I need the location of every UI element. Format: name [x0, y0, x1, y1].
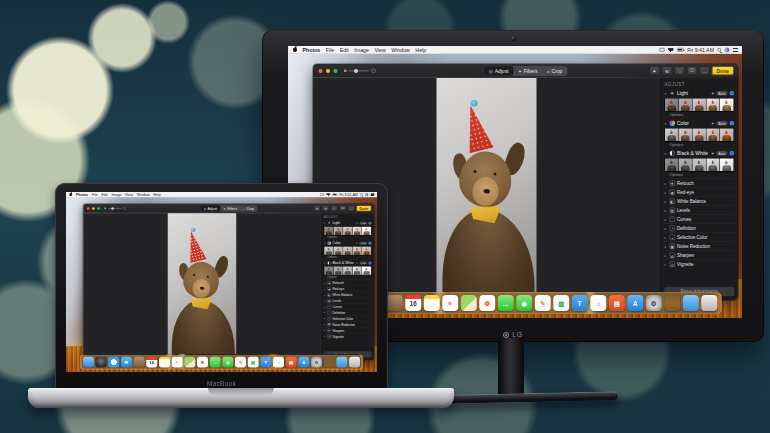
minimize-window-button[interactable] — [92, 207, 95, 210]
photos[interactable]: ❁ — [479, 295, 495, 311]
preview-thumbnail[interactable] — [334, 227, 343, 235]
adjust-tool-row[interactable]: ◧ White Balance — [665, 197, 735, 206]
trash[interactable] — [349, 357, 360, 368]
itunes[interactable]: ♪ — [590, 295, 606, 311]
launchpad[interactable] — [96, 357, 107, 368]
disclosure-triangle-icon[interactable] — [324, 335, 326, 338]
apple-menu-icon[interactable] — [293, 48, 297, 53]
zoom-in-icon[interactable] — [372, 69, 376, 73]
disclosure-triangle-icon[interactable] — [324, 311, 326, 314]
zoom-window-button[interactable] — [334, 69, 338, 73]
menu-item[interactable]: Image — [354, 47, 369, 53]
preview-thumbnail[interactable] — [706, 129, 719, 142]
disclosure-triangle-icon[interactable] — [665, 181, 668, 185]
adjust-tool-row[interactable]: ▦ Noise Reduction — [665, 242, 735, 251]
section-enabled-indicator[interactable] — [368, 262, 371, 265]
edit-mode-tab[interactable]: ✦ Filters — [220, 206, 239, 212]
pages[interactable]: ✎ — [535, 295, 551, 311]
menu-item[interactable]: Edit — [340, 47, 349, 53]
menu-item[interactable]: Help — [415, 47, 426, 53]
messages[interactable]: … — [498, 295, 514, 311]
maps[interactable] — [184, 357, 195, 368]
auto-wand-icon[interactable] — [711, 151, 714, 156]
zoom-in-icon[interactable] — [123, 207, 126, 209]
disclosure-triangle-icon[interactable] — [665, 208, 668, 212]
messages[interactable]: … — [210, 357, 221, 368]
preview-thumbnail[interactable] — [679, 99, 692, 112]
enhance-button[interactable]: ✦ — [650, 67, 660, 76]
close-window-button[interactable] — [87, 207, 90, 210]
disclosure-triangle-icon[interactable] — [665, 244, 668, 248]
zoom-out-icon[interactable] — [344, 70, 347, 73]
preview-thumbnail[interactable] — [353, 266, 362, 274]
downloads-folder[interactable] — [683, 295, 699, 311]
edit-mode-tab[interactable]: ◎ Adjust — [484, 67, 513, 76]
display-icon[interactable] — [321, 193, 324, 195]
maps[interactable] — [461, 295, 477, 311]
section-enabled-indicator[interactable] — [368, 222, 371, 225]
downloads-folder[interactable] — [336, 357, 347, 368]
auto-wand-icon[interactable] — [356, 242, 358, 245]
section-enabled-indicator[interactable] — [730, 91, 735, 96]
info-button[interactable]: ⓘ — [687, 67, 697, 76]
adjust-tool-row[interactable]: ◉ Red-eye — [665, 188, 735, 197]
done-button[interactable]: Done — [356, 206, 371, 212]
preview-thumbnail[interactable] — [679, 129, 692, 142]
finder[interactable] — [83, 357, 94, 368]
adjust-tool-row[interactable]: ◔ Definition — [665, 224, 735, 233]
edit-mode-tab[interactable]: ✦ Filters — [514, 67, 542, 76]
zoom-out-icon[interactable] — [104, 208, 106, 210]
active-app-name[interactable]: Photos — [303, 47, 321, 53]
adjust-tool-row[interactable]: ◒ Selective Color — [665, 233, 735, 242]
auto-button[interactable]: Auto — [716, 91, 727, 96]
auto-button[interactable]: Auto — [359, 242, 367, 245]
disclosure-triangle-icon[interactable] — [665, 262, 668, 266]
zoom-slider-knob[interactable] — [111, 207, 114, 210]
preview-thumbnail[interactable] — [679, 159, 692, 172]
preview-thumbnail[interactable] — [720, 129, 733, 142]
disclosure-triangle-icon[interactable] — [324, 329, 326, 332]
keynote[interactable]: T — [572, 295, 588, 311]
keynote[interactable]: T — [260, 357, 271, 368]
close-window-button[interactable] — [319, 69, 323, 73]
disclosure-triangle-icon[interactable] — [324, 317, 326, 320]
books[interactable]: ▤ — [286, 357, 297, 368]
disclosure-triangle-icon[interactable] — [324, 305, 326, 308]
section-enabled-indicator[interactable] — [730, 121, 735, 126]
options-link[interactable]: Options — [665, 142, 735, 149]
notification-center-icon[interactable] — [733, 48, 738, 52]
auto-wand-icon[interactable] — [356, 222, 358, 225]
menu-item[interactable]: Image — [111, 192, 121, 196]
notes[interactable] — [159, 357, 170, 368]
disclosure-triangle-icon[interactable] — [665, 253, 668, 257]
auto-wand-icon[interactable] — [711, 121, 714, 126]
siri-icon[interactable] — [725, 47, 730, 52]
trash[interactable] — [701, 295, 717, 311]
auto-button[interactable]: Auto — [359, 262, 367, 265]
zoom-window-button[interactable] — [97, 207, 100, 210]
photos[interactable]: ❁ — [197, 357, 208, 368]
preview-thumbnail[interactable] — [362, 227, 371, 235]
search-icon[interactable] — [718, 48, 722, 52]
more-button[interactable]: … — [700, 67, 710, 76]
system-preferences[interactable]: ⚙ — [646, 295, 662, 311]
system-preferences[interactable]: ⚙ — [311, 357, 322, 368]
menu-item[interactable]: View — [374, 47, 385, 53]
menu-item[interactable]: Help — [153, 192, 160, 196]
preview-thumbnail[interactable] — [720, 99, 733, 112]
rotate-button[interactable]: ⟲ — [662, 67, 672, 76]
preview-thumbnail[interactable] — [693, 159, 706, 172]
adjust-section-header[interactable]: Black & White Auto — [665, 149, 735, 159]
adjust-tool-row[interactable]: ◭ Sharpen — [665, 251, 735, 260]
mail[interactable]: ✉ — [121, 357, 132, 368]
contacts[interactable] — [134, 357, 145, 368]
zoom-slider-knob[interactable] — [354, 69, 358, 73]
numbers[interactable]: ▥ — [553, 295, 569, 311]
disclosure-triangle-icon[interactable] — [324, 323, 326, 326]
disclosure-triangle-icon[interactable] — [324, 282, 326, 285]
preview-thumbnail[interactable] — [353, 247, 362, 255]
edit-mode-tab[interactable]: ⌗ Crop — [240, 206, 257, 212]
preview-strip[interactable] — [324, 226, 372, 235]
section-enabled-indicator[interactable] — [730, 151, 735, 156]
preview-strip[interactable] — [665, 98, 735, 112]
